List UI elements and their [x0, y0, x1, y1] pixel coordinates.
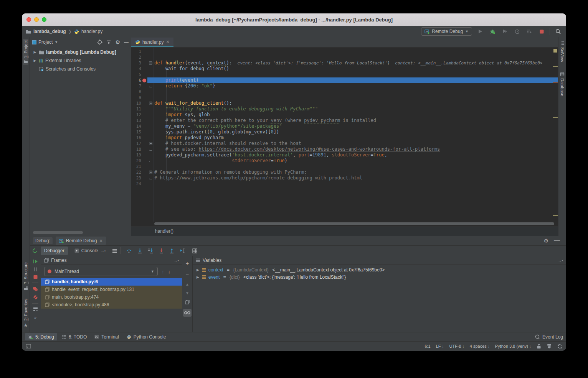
- gear-icon[interactable]: ⚙: [543, 238, 548, 244]
- toolwindow-tab-favorites[interactable]: 2: Favorites ★: [23, 299, 28, 328]
- line-separator-select[interactable]: LF↕: [436, 344, 444, 348]
- expand-arrow-icon[interactable]: ▶: [33, 50, 37, 54]
- code-line-14[interactable]: 14 my_venv = "venv/lib/python*/site-pack…: [131, 123, 558, 129]
- code-line-4[interactable]: 4 wait_for_debug_client(): [131, 66, 558, 72]
- code-line-9[interactable]: 9: [131, 95, 558, 100]
- force-step-into-button[interactable]: [159, 248, 164, 253]
- stripe-mark[interactable]: [553, 82, 558, 83]
- expand-arrow-icon[interactable]: ▶: [197, 268, 200, 272]
- variable-row-event[interactable]: ▶event = {dict} <class 'dict'>: {'messag…: [193, 273, 566, 281]
- expand-arrow-icon[interactable]: ▶: [33, 59, 37, 62]
- fold-start-icon[interactable]: [147, 169, 154, 175]
- code-line-16[interactable]: 16 import pydevd_pycharm: [131, 135, 558, 141]
- remove-watch-button[interactable]: −: [186, 271, 189, 278]
- frames-options-icon[interactable]: →▪: [173, 258, 179, 263]
- breadcrumb-project[interactable]: lambda_debug: [33, 29, 66, 34]
- code-line-20[interactable]: 20 stderrToServer=True): [131, 158, 558, 164]
- toolwindow-tab-project[interactable]: 1: Project: [23, 39, 28, 65]
- gear-icon[interactable]: ⚙: [115, 39, 120, 45]
- code-line-5[interactable]: 5: [131, 72, 558, 77]
- move-up-button[interactable]: ▲: [185, 282, 189, 286]
- view-breakpoints-button[interactable]: [33, 286, 38, 291]
- fold-end-icon[interactable]: [147, 83, 154, 89]
- tree-item-external-libraries[interactable]: ▶External Libraries: [30, 56, 131, 65]
- step-out-button[interactable]: [169, 248, 174, 253]
- run-configuration-select[interactable]: Remote Debug ▼: [421, 27, 472, 36]
- toolwindow-tab-sciview[interactable]: SciView: [560, 41, 565, 62]
- code-line-2[interactable]: 2: [131, 54, 558, 60]
- stripe-mark[interactable]: [553, 215, 558, 216]
- sync-status-icon[interactable]: ?: [557, 344, 562, 349]
- code-editor[interactable]: 123def handler(event, context): event: <…: [131, 48, 558, 222]
- toolwindow-tab-terminal[interactable]: Terminal: [91, 333, 122, 340]
- scrollbar-thumb[interactable]: [154, 222, 554, 225]
- rerun-button[interactable]: [32, 248, 38, 253]
- toolwindow-tab-database[interactable]: Database: [560, 72, 565, 96]
- interpreter-select[interactable]: Python 3.8 (venv)↕: [495, 344, 531, 348]
- toolwindow-tab-todo[interactable]: 6: TODO: [59, 333, 90, 340]
- step-into-my-code-button[interactable]: [148, 248, 154, 253]
- resume-button[interactable]: [33, 259, 38, 264]
- code-line-17[interactable]: 17 # host.docker.internal should resolve…: [131, 141, 558, 146]
- breakpoint-dot[interactable]: [141, 77, 147, 83]
- layout-settings-icon[interactable]: [112, 249, 117, 253]
- tab-console[interactable]: Console →•: [71, 247, 109, 255]
- expand-arrow-icon[interactable]: ▶: [197, 275, 200, 279]
- run-to-cursor-button[interactable]: [180, 248, 186, 253]
- next-frame-button[interactable]: ↓: [168, 269, 171, 274]
- code-line-7[interactable]: 7 return {200: "ok"}: [131, 83, 558, 89]
- encoding-select[interactable]: UTF-8↕: [449, 344, 464, 348]
- thread-select[interactable]: MainThread ▼: [44, 267, 158, 276]
- stack-frame[interactable]: main, bootstrap.py:474: [41, 293, 182, 301]
- code-line-12[interactable]: 12 import sys, glob: [131, 112, 558, 118]
- toolwindow-tab-python-console[interactable]: Python Console: [124, 333, 169, 340]
- close-tab-icon[interactable]: ✕: [166, 39, 169, 44]
- editor-horizontal-scrollbar[interactable]: [131, 222, 558, 226]
- toolwindow-tab-structure[interactable]: 7: Structure: [23, 262, 28, 290]
- code-line-23[interactable]: 23# https://www.jetbrains.com/help/pycha…: [131, 175, 558, 181]
- fold-start-icon[interactable]: [147, 141, 154, 146]
- project-horizontal-scrollbar[interactable]: [33, 231, 83, 234]
- duplicate-watch-button[interactable]: [185, 300, 190, 304]
- code-line-18[interactable]: 18 # see also: https://docs.docker.com/d…: [131, 146, 558, 152]
- code-line-8[interactable]: 8: [131, 89, 558, 95]
- locate-file-icon[interactable]: [97, 39, 102, 45]
- stripe-mark[interactable]: [553, 117, 558, 118]
- fold-end-icon[interactable]: [147, 175, 154, 181]
- stripe-mark[interactable]: [553, 66, 558, 67]
- code-line-15[interactable]: 15 sys.path.insert(0, glob.glob(my_venv)…: [131, 129, 558, 135]
- indent-select[interactable]: 4 spaces↕: [470, 344, 490, 348]
- pause-button[interactable]: [33, 267, 37, 271]
- debug-button[interactable]: [488, 28, 497, 35]
- tab-debugger[interactable]: Debugger: [41, 247, 68, 255]
- run-with-coverage-button[interactable]: [500, 28, 509, 35]
- tree-item-lambda-debug-lambda-debug[interactable]: ▶lambda_debug [Lambda Debug]: [30, 48, 131, 56]
- close-session-icon[interactable]: ✕: [99, 238, 102, 243]
- variable-row-context[interactable]: ▶context = {LambdaContext} <__main__.Lam…: [193, 266, 566, 273]
- stack-frame[interactable]: handler, handler.py:6: [41, 278, 182, 286]
- code-line-19[interactable]: 19 pydevd_pycharm.settrace('host.docker.…: [131, 152, 558, 158]
- show-watches-button[interactable]: [183, 309, 192, 317]
- previous-frame-button[interactable]: ↑: [162, 269, 164, 274]
- run-anything-button[interactable]: [525, 28, 533, 35]
- editor-tab-handler[interactable]: handler.py ✕: [131, 38, 173, 47]
- breadcrumb-function[interactable]: handler(): [155, 228, 173, 234]
- more-actions-button[interactable]: »: [34, 315, 36, 320]
- fold-end-icon[interactable]: [147, 158, 154, 164]
- caret-position[interactable]: 6:1: [424, 344, 430, 348]
- code-line-10[interactable]: 10def wait_for_debug_client():: [131, 100, 558, 106]
- fold-start-icon[interactable]: [147, 100, 154, 106]
- step-into-button[interactable]: [137, 248, 142, 253]
- code-line-6[interactable]: 6 print(event): [131, 77, 558, 83]
- code-line-24[interactable]: 24: [131, 181, 558, 187]
- add-watch-button[interactable]: +: [186, 260, 189, 266]
- code-line-22[interactable]: 22# General information on remote debugg…: [131, 169, 558, 175]
- collapse-all-icon[interactable]: [106, 40, 111, 45]
- stack-frame[interactable]: handle_event_request, bootstrap.py:131: [41, 286, 182, 293]
- tree-item-scratches-and-consoles[interactable]: Scratches and Consoles: [30, 65, 131, 73]
- fold-end-icon[interactable]: [147, 146, 154, 152]
- restore-layout-button[interactable]: [33, 307, 38, 312]
- profiler-button[interactable]: [513, 28, 521, 35]
- inspection-status-square[interactable]: [553, 49, 557, 53]
- error-stripe[interactable]: [553, 48, 558, 222]
